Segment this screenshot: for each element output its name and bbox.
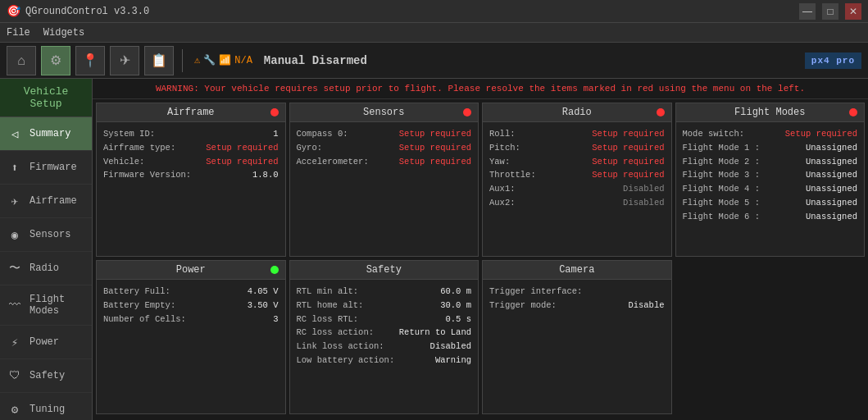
radio-row-3: Throttle: Setup required [489, 168, 665, 182]
empty-panel [675, 260, 866, 414]
safety-label-0: RTL min alt: [297, 285, 359, 299]
flight-modes-icon: 〰 [7, 297, 23, 313]
flight-modes-title: Flight Modes [734, 107, 805, 118]
airframe-icon: ✈ [7, 193, 23, 209]
log-button[interactable]: 📋 [144, 46, 174, 75]
radio-row-0: Roll: Setup required [489, 127, 665, 141]
power-row-2: Number of Cells: 3 [103, 313, 279, 326]
flight-modes-panel-header: Flight Modes [676, 103, 865, 122]
safety-panel: Safety RTL min alt: 60.0 m RTL home alt:… [289, 260, 479, 414]
fm-row-2: Flight Mode 2 : Unassigned [683, 155, 858, 169]
toolbar: ⌂ ⚙ 📍 ✈ 📋 ⚠ 🔧 📶 N/A Manual Disarmed px4 … [0, 43, 868, 79]
fm-label-3: Flight Mode 3 : [683, 168, 761, 182]
radio-value-4: Disabled [623, 182, 664, 196]
safety-value-4: Disabled [430, 340, 471, 354]
safety-row-3: RC loss action: Return to Land [297, 326, 472, 340]
sidebar-label-summary: Summary [30, 128, 70, 139]
sidebar-label-firmware: Firmware [30, 162, 77, 173]
power-row-1: Battery Empty: 3.50 V [103, 299, 279, 313]
main-layout: Vehicle Setup ◁ Summary ⬆ Firmware ✈ Air… [0, 79, 868, 420]
sidebar-item-airframe[interactable]: ✈ Airframe [0, 185, 92, 218]
summary-icon: ◁ [7, 126, 23, 142]
fm-value-6: Unassigned [806, 210, 857, 224]
safety-row-0: RTL min alt: 60.0 m [297, 285, 472, 299]
radio-body: Roll: Setup required Pitch: Setup requir… [483, 122, 671, 256]
close-button[interactable]: ✕ [845, 3, 861, 20]
airframe-row-1: Airframe type: Setup required [103, 141, 279, 155]
sidebar-item-firmware[interactable]: ⬆ Firmware [0, 151, 92, 185]
sidebar-item-summary[interactable]: ◁ Summary [0, 117, 92, 151]
battery-status: N/A [234, 55, 252, 66]
safety-panel-header: Safety [290, 261, 479, 280]
map-button[interactable]: 📍 [75, 46, 105, 75]
fm-label-2: Flight Mode 2 : [683, 155, 761, 169]
fm-label-6: Flight Mode 6 : [683, 210, 761, 224]
radio-value-5: Disabled [623, 196, 664, 210]
fm-value-3: Unassigned [806, 168, 857, 182]
mission-button[interactable]: ✈ [110, 46, 139, 75]
camera-value-1: Disable [628, 299, 664, 313]
airframe-label-1: Airframe type: [103, 141, 175, 155]
airframe-label-0: System ID: [103, 127, 155, 141]
panels-grid: Airframe System ID: 1 Airframe type: Set… [93, 99, 868, 418]
sensors-panel-header: Sensors [290, 103, 479, 122]
titlebar-left: 🎯 QGroundControl v3.3.0 [7, 4, 149, 18]
camera-row-1: Trigger mode: Disable [489, 299, 665, 313]
radio-value-3: Setup required [592, 168, 664, 182]
safety-label-2: RC loss RTL: [297, 313, 359, 326]
radio-value-0: Setup required [592, 127, 664, 141]
content-area: WARNING: Your vehicle requires setup pri… [93, 79, 868, 420]
power-value-2: 3 [273, 313, 278, 326]
radio-value-1: Setup required [592, 141, 664, 155]
safety-label-1: RTL home alt: [297, 299, 364, 313]
safety-value-1: 30.0 m [440, 299, 471, 313]
radio-row-1: Pitch: Setup required [489, 141, 665, 155]
warning-icon: ⚠ [194, 54, 200, 66]
radio-panel: Radio Roll: Setup required Pitch: Setup … [482, 103, 672, 257]
warning-bar: WARNING: Your vehicle requires setup pri… [93, 79, 868, 99]
airframe-row-3: Firmware Version: 1.8.0 [103, 168, 279, 182]
flight-modes-panel: Flight Modes Mode switch: Setup required… [675, 103, 866, 257]
sidebar-label-flight-modes: Flight Modes [30, 294, 85, 317]
sidebar-item-radio[interactable]: 〜 Radio [0, 252, 92, 285]
airframe-label-2: Vehicle: [103, 155, 144, 169]
menu-widgets[interactable]: Widgets [43, 27, 84, 39]
firmware-icon: ⬆ [7, 159, 23, 176]
logo-text: px4 pro [811, 56, 855, 66]
radio-label-3: Throttle: [489, 168, 536, 182]
maximize-button[interactable]: □ [822, 3, 838, 20]
safety-row-1: RTL home alt: 30.0 m [297, 299, 472, 313]
sidebar-label-power: Power [30, 336, 59, 348]
titlebar: 🎯 QGroundControl v3.3.0 — □ ✕ [0, 0, 868, 23]
radio-label-2: Yaw: [489, 155, 510, 169]
sidebar-label-airframe: Airframe [30, 195, 77, 207]
radio-title: Radio [562, 107, 592, 118]
fm-value-4: Unassigned [806, 182, 857, 196]
airframe-value-2: Setup required [206, 155, 278, 169]
setup-button[interactable]: ⚙ [41, 46, 70, 75]
minimize-button[interactable]: — [799, 3, 816, 20]
sidebar-item-power[interactable]: ⚡ Power [0, 326, 92, 359]
radio-value-2: Setup required [592, 155, 664, 169]
airframe-title: Airframe [167, 107, 215, 118]
power-body: Battery Full: 4.05 V Battery Empty: 3.50… [97, 280, 285, 413]
sidebar-item-safety[interactable]: 🛡 Safety [0, 359, 92, 393]
airframe-indicator [270, 108, 279, 116]
sidebar-item-flight-modes[interactable]: 〰 Flight Modes [0, 285, 92, 326]
fm-value-2: Unassigned [806, 155, 857, 169]
power-indicator [270, 266, 279, 274]
sidebar-item-tuning[interactable]: ⚙ Tuning [0, 393, 92, 420]
titlebar-controls: — □ ✕ [799, 3, 861, 20]
home-button[interactable]: ⌂ [7, 46, 36, 75]
sidebar-item-sensors[interactable]: ◉ Sensors [0, 218, 92, 252]
sensors-label-1: Gyro: [297, 141, 323, 155]
sidebar-label-radio: Radio [30, 262, 59, 274]
radio-row-4: Aux1: Disabled [489, 182, 665, 196]
airframe-row-0: System ID: 1 [103, 127, 279, 141]
airframe-body: System ID: 1 Airframe type: Setup requir… [97, 122, 285, 256]
airframe-panel: Airframe System ID: 1 Airframe type: Set… [96, 103, 286, 257]
menu-file[interactable]: File [7, 27, 30, 39]
sensors-value-0: Setup required [399, 127, 471, 141]
app-icon: 🎯 [7, 4, 20, 18]
sidebar-label-tuning: Tuning [30, 404, 65, 415]
